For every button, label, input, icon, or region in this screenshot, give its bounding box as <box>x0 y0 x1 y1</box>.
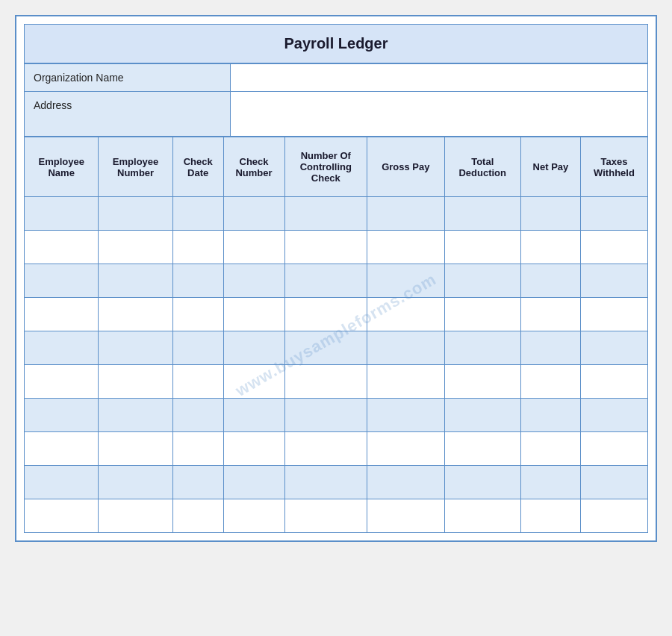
table-cell[interactable] <box>223 365 284 399</box>
col-header-check-number: CheckNumber <box>223 137 284 197</box>
table-cell[interactable] <box>580 432 647 466</box>
table-cell[interactable] <box>520 197 580 231</box>
table-cell[interactable] <box>223 399 284 432</box>
table-cell[interactable] <box>580 365 647 399</box>
table-cell[interactable] <box>284 399 367 432</box>
table-cell[interactable] <box>99 365 172 399</box>
table-cell[interactable] <box>520 365 580 399</box>
table-cell[interactable] <box>223 466 284 499</box>
table-cell[interactable] <box>172 231 223 264</box>
table-cell[interactable] <box>367 365 444 399</box>
table-cell[interactable] <box>223 197 284 231</box>
table-cell[interactable] <box>367 197 444 231</box>
table-cell[interactable] <box>25 365 99 399</box>
table-cell[interactable] <box>367 231 444 264</box>
table-cell[interactable] <box>99 499 172 533</box>
table-cell[interactable] <box>223 264 284 298</box>
table-cell[interactable] <box>367 499 444 533</box>
table-cell[interactable] <box>367 298 444 331</box>
table-cell[interactable] <box>99 399 172 432</box>
table-cell[interactable] <box>520 466 580 499</box>
table-cell[interactable] <box>520 231 580 264</box>
table-cell[interactable] <box>444 264 520 298</box>
table-cell[interactable] <box>444 499 520 533</box>
table-row <box>25 231 648 264</box>
table-cell[interactable] <box>444 399 520 432</box>
table-cell[interactable] <box>172 466 223 499</box>
table-cell[interactable] <box>284 331 367 365</box>
table-cell[interactable] <box>580 197 647 231</box>
table-cell[interactable] <box>284 499 367 533</box>
table-cell[interactable] <box>284 298 367 331</box>
table-cell[interactable] <box>284 231 367 264</box>
table-cell[interactable] <box>25 231 99 264</box>
table-cell[interactable] <box>444 365 520 399</box>
table-cell[interactable] <box>172 331 223 365</box>
table-cell[interactable] <box>25 432 99 466</box>
table-cell[interactable] <box>284 365 367 399</box>
table-row <box>25 264 648 298</box>
table-cell[interactable] <box>580 399 647 432</box>
table-cell[interactable] <box>367 466 444 499</box>
table-cell[interactable] <box>520 399 580 432</box>
table-cell[interactable] <box>223 499 284 533</box>
table-cell[interactable] <box>444 432 520 466</box>
table-cell[interactable] <box>367 264 444 298</box>
table-cell[interactable] <box>520 432 580 466</box>
table-cell[interactable] <box>172 432 223 466</box>
table-cell[interactable] <box>520 264 580 298</box>
table-cell[interactable] <box>444 298 520 331</box>
table-cell[interactable] <box>520 331 580 365</box>
table-cell[interactable] <box>25 331 99 365</box>
table-cell[interactable] <box>223 432 284 466</box>
table-cell[interactable] <box>25 264 99 298</box>
table-cell[interactable] <box>25 466 99 499</box>
table-cell[interactable] <box>367 432 444 466</box>
table-cell[interactable] <box>25 197 99 231</box>
table-cell[interactable] <box>223 231 284 264</box>
table-cell[interactable] <box>580 264 647 298</box>
table-cell[interactable] <box>99 298 172 331</box>
table-cell[interactable] <box>99 466 172 499</box>
info-table: Organization Name Address <box>24 63 648 137</box>
address-value[interactable] <box>230 92 647 137</box>
table-cell[interactable] <box>284 197 367 231</box>
col-header-taxes-withheld: TaxesWithheld <box>580 137 647 197</box>
table-cell[interactable] <box>580 499 647 533</box>
table-cell[interactable] <box>520 499 580 533</box>
table-cell[interactable] <box>580 231 647 264</box>
table-cell[interactable] <box>172 499 223 533</box>
table-cell[interactable] <box>444 331 520 365</box>
table-cell[interactable] <box>99 231 172 264</box>
payroll-data-table: EmployeeName EmployeeNumber CheckDate Ch… <box>24 137 648 533</box>
table-cell[interactable] <box>172 399 223 432</box>
table-cell[interactable] <box>444 197 520 231</box>
table-cell[interactable] <box>580 331 647 365</box>
table-cell[interactable] <box>25 399 99 432</box>
table-cell[interactable] <box>25 298 99 331</box>
table-cell[interactable] <box>284 432 367 466</box>
table-cell[interactable] <box>99 197 172 231</box>
table-cell[interactable] <box>99 331 172 365</box>
table-cell[interactable] <box>580 298 647 331</box>
table-cell[interactable] <box>284 264 367 298</box>
table-cell[interactable] <box>444 231 520 264</box>
table-cell[interactable] <box>520 298 580 331</box>
table-cell[interactable] <box>172 197 223 231</box>
table-cell[interactable] <box>223 298 284 331</box>
table-cell[interactable] <box>367 399 444 432</box>
table-cell[interactable] <box>25 499 99 533</box>
table-cell[interactable] <box>172 365 223 399</box>
table-cell[interactable] <box>444 466 520 499</box>
table-cell[interactable] <box>580 466 647 499</box>
table-cell[interactable] <box>284 466 367 499</box>
table-cell[interactable] <box>172 264 223 298</box>
table-row <box>25 399 648 432</box>
table-cell[interactable] <box>172 298 223 331</box>
col-header-total-deduction: TotalDeduction <box>444 137 520 197</box>
org-name-value[interactable] <box>230 64 647 92</box>
table-cell[interactable] <box>99 264 172 298</box>
table-cell[interactable] <box>223 331 284 365</box>
table-cell[interactable] <box>99 432 172 466</box>
table-cell[interactable] <box>367 331 444 365</box>
